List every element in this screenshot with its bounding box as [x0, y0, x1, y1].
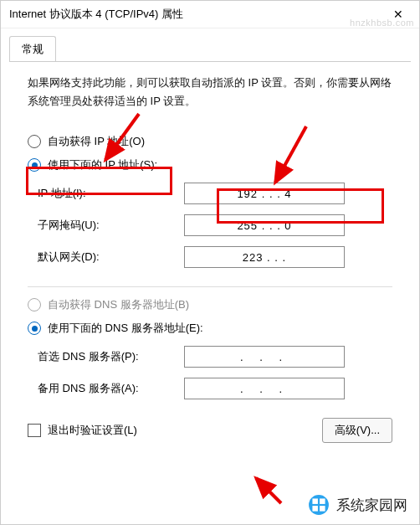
input-default-gateway[interactable]: 223 . . . — [184, 246, 345, 268]
svg-line-2 — [256, 478, 281, 503]
advanced-button[interactable]: 高级(V)... — [322, 418, 392, 443]
radio-icon — [28, 298, 41, 311]
svg-rect-6 — [312, 506, 318, 512]
input-preferred-dns[interactable]: . . . — [184, 346, 345, 368]
label-preferred-dns: 首选 DNS 服务器(P): — [28, 349, 184, 364]
row-subnet-mask: 子网掩码(U): 255 . . . 0 — [28, 214, 392, 236]
radio-dns-auto: 自动获得 DNS 服务器地址(B) — [28, 297, 392, 312]
row-alternate-dns: 备用 DNS 服务器(A): . . . — [28, 378, 392, 399]
ip-group: 自动获得 IP 地址(O) 使用下面的 IP 地址(S): IP 地址(I): … — [28, 134, 392, 268]
label-subnet-mask: 子网掩码(U): — [28, 218, 184, 233]
row-preferred-dns: 首选 DNS 服务器(P): . . . — [28, 346, 392, 368]
label-alternate-dns: 备用 DNS 服务器(A): — [28, 381, 184, 396]
radio-ip-manual[interactable]: 使用下面的 IP 地址(S): — [28, 157, 392, 172]
watermark-text: hnzkhbsb.com — [350, 18, 414, 28]
content-area: 如果网络支持此功能，则可以获取自动指派的 IP 设置。否则，你需要从网络系统管理… — [9, 61, 411, 451]
tab-strip: 常规 — [1, 28, 419, 61]
input-subnet-mask[interactable]: 255 . . . 0 — [184, 214, 345, 236]
radio-icon — [28, 158, 41, 172]
radio-dns-manual[interactable]: 使用下面的 DNS 服务器地址(E): — [28, 321, 392, 336]
radio-ip-auto[interactable]: 自动获得 IP 地址(O) — [28, 134, 392, 149]
branding-site-name: 系统家园网 — [336, 496, 407, 515]
label-ip-address: IP 地址(I): — [28, 186, 184, 201]
svg-point-3 — [309, 495, 329, 515]
divider — [28, 286, 392, 287]
radio-icon — [28, 322, 41, 335]
description-text: 如果网络支持此功能，则可以获取自动指派的 IP 设置。否则，你需要从网络系统管理… — [28, 74, 392, 111]
window-title: Internet 协议版本 4 (TCP/IPv4) 属性 — [9, 7, 386, 22]
input-alternate-dns[interactable]: . . . — [184, 378, 345, 399]
branding-footer: 系统家园网 — [308, 494, 407, 516]
row-ip-address: IP 地址(I): 192 . . . 4 — [28, 183, 392, 204]
bottom-row: 退出时验证设置(L) 高级(V)... — [28, 418, 392, 443]
svg-rect-5 — [320, 498, 325, 504]
radio-dns-auto-label: 自动获得 DNS 服务器地址(B) — [48, 297, 189, 312]
logo-icon — [308, 494, 330, 516]
label-validate-on-exit: 退出时验证设置(L) — [48, 423, 137, 438]
label-default-gateway: 默认网关(D): — [28, 250, 184, 265]
svg-rect-7 — [320, 506, 325, 512]
radio-ip-manual-label: 使用下面的 IP 地址(S): — [48, 157, 157, 172]
input-ip-address[interactable]: 192 . . . 4 — [184, 183, 345, 204]
annotation-arrow — [252, 474, 294, 510]
tab-general[interactable]: 常规 — [9, 36, 56, 62]
radio-icon — [28, 135, 41, 148]
row-default-gateway: 默认网关(D): 223 . . . — [28, 246, 392, 268]
dns-group: 自动获得 DNS 服务器地址(B) 使用下面的 DNS 服务器地址(E): 首选… — [28, 297, 392, 399]
radio-dns-manual-label: 使用下面的 DNS 服务器地址(E): — [48, 321, 203, 336]
checkbox-validate-on-exit[interactable] — [28, 424, 41, 437]
svg-rect-4 — [312, 498, 318, 504]
properties-dialog: Internet 协议版本 4 (TCP/IPv4) 属性 ✕ 常规 如果网络支… — [0, 0, 420, 525]
radio-ip-auto-label: 自动获得 IP 地址(O) — [48, 134, 145, 149]
